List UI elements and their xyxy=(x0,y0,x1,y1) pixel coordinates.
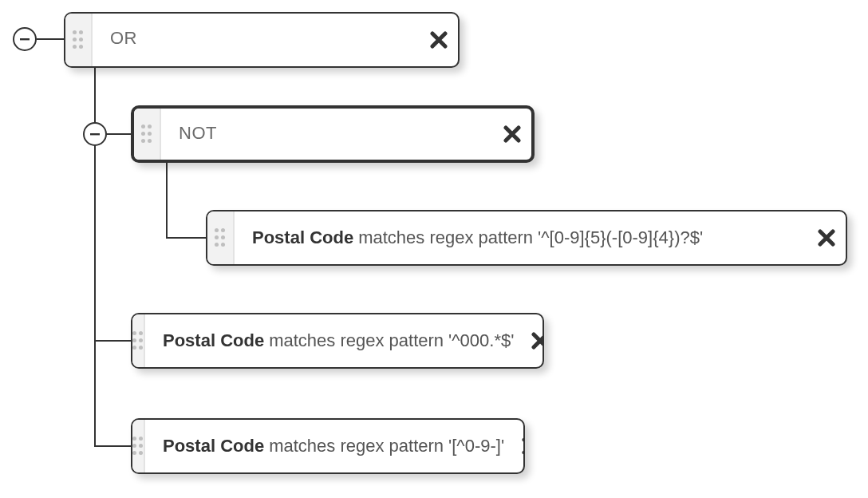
drag-handle-icon xyxy=(141,125,152,144)
condition-label: Postal Code matches regex pattern '^[0-9… xyxy=(235,211,807,264)
operator-node-or[interactable]: OR xyxy=(64,12,460,68)
minus-icon xyxy=(89,128,101,140)
drag-handle[interactable] xyxy=(134,109,161,160)
connector xyxy=(166,163,168,239)
svg-rect-1 xyxy=(90,133,100,135)
connector xyxy=(94,340,131,342)
drag-handle-icon xyxy=(215,228,226,247)
condition-value: '[^0-9-]' xyxy=(448,436,504,457)
condition-label: Postal Code matches regex pattern '[^0-9… xyxy=(145,420,522,472)
drag-handle-icon xyxy=(73,30,84,49)
condition-value: '^[0-9]{5}(-[0-9]{4})?$' xyxy=(538,227,703,248)
condition-node[interactable]: Postal Code matches regex pattern '^000.… xyxy=(131,313,544,369)
close-icon xyxy=(430,31,448,49)
connector xyxy=(166,237,207,239)
drag-handle-icon xyxy=(132,437,144,456)
close-icon xyxy=(503,125,521,143)
collapse-toggle-not[interactable] xyxy=(83,122,107,146)
condition-field: Postal Code xyxy=(163,436,264,457)
condition-label: Postal Code matches regex pattern '^000.… xyxy=(145,314,531,367)
condition-node[interactable]: Postal Code matches regex pattern '[^0-9… xyxy=(131,418,525,474)
collapse-toggle-root[interactable] xyxy=(13,27,37,51)
connector xyxy=(37,38,65,40)
operator-node-not[interactable]: NOT xyxy=(131,105,535,163)
drag-handle[interactable] xyxy=(132,420,145,472)
condition-field: Postal Code xyxy=(252,227,353,248)
minus-icon xyxy=(19,34,30,45)
connector xyxy=(94,445,131,447)
remove-button[interactable] xyxy=(493,109,531,160)
close-icon xyxy=(531,332,544,350)
drag-handle[interactable] xyxy=(207,211,235,264)
remove-button[interactable] xyxy=(807,211,846,264)
condition-node[interactable]: Postal Code matches regex pattern '^[0-9… xyxy=(206,210,847,266)
close-icon xyxy=(522,437,525,455)
close-icon xyxy=(818,229,835,247)
remove-button[interactable] xyxy=(420,14,458,66)
condition-relation: matches regex pattern xyxy=(269,436,444,457)
condition-relation: matches regex pattern xyxy=(358,227,533,248)
drag-handle[interactable] xyxy=(132,314,145,367)
drag-handle[interactable] xyxy=(65,14,93,66)
rule-tree: OR NOT Postal Code matches regex pattern… xyxy=(0,0,868,498)
remove-button[interactable] xyxy=(531,314,544,367)
condition-value: '^000.*$' xyxy=(448,330,514,351)
drag-handle-icon xyxy=(132,331,144,350)
svg-rect-0 xyxy=(20,38,30,40)
condition-relation: matches regex pattern xyxy=(269,330,444,351)
operator-label: OR xyxy=(93,14,420,66)
operator-label: NOT xyxy=(161,109,493,160)
condition-field: Postal Code xyxy=(163,330,264,351)
remove-button[interactable] xyxy=(522,420,525,472)
